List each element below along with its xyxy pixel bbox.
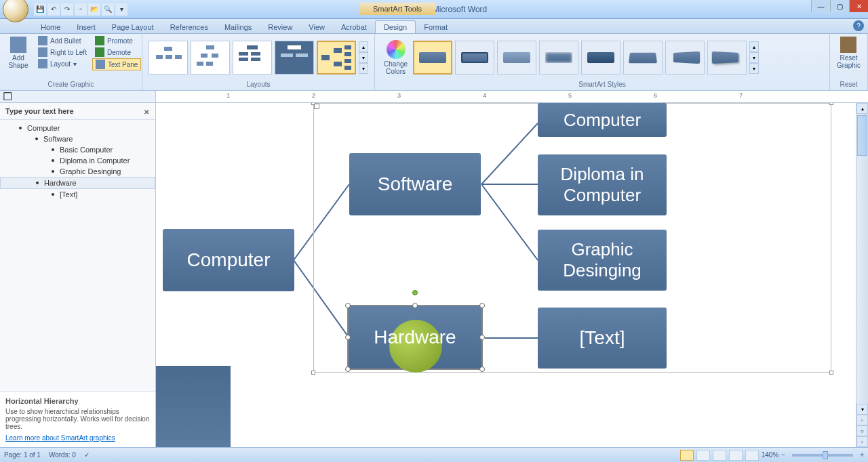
- maximize-button[interactable]: ▢: [830, 0, 849, 12]
- contextual-tab-label: SmartArt Tools: [359, 3, 435, 15]
- tab-format[interactable]: Format: [416, 21, 456, 33]
- tab-mailings[interactable]: Mailings: [216, 21, 260, 33]
- tab-acrobat[interactable]: Acrobat: [333, 21, 375, 33]
- text-pane-button[interactable]: Text Pane: [92, 58, 141, 70]
- style-option-3[interactable]: [497, 41, 536, 75]
- layout-icon: [38, 59, 47, 68]
- draft-view[interactable]: [745, 450, 759, 461]
- print-preview-icon[interactable]: 🔍: [102, 3, 114, 16]
- text-pane-list[interactable]: Computer Software Basic Computer Diploma…: [0, 120, 155, 391]
- list-item-selected[interactable]: Hardware: [0, 177, 155, 189]
- learn-more-link[interactable]: Learn more about SmartArt graphics: [5, 434, 150, 442]
- list-item[interactable]: Computer: [0, 123, 155, 133]
- node-text-placeholder[interactable]: [Text]: [538, 308, 667, 369]
- list-item[interactable]: Software: [0, 133, 155, 144]
- tab-home[interactable]: Home: [33, 21, 68, 33]
- redo-icon[interactable]: ↷: [61, 3, 73, 16]
- layouts-scroll-down[interactable]: ▾: [359, 52, 368, 63]
- node-software[interactable]: Software: [349, 153, 481, 215]
- svg-rect-9: [247, 45, 258, 49]
- info-title: Horizontal Hierarchy: [5, 397, 150, 405]
- zoom-out-button[interactable]: −: [781, 451, 785, 459]
- tab-view[interactable]: View: [300, 21, 333, 33]
- layout-option-4[interactable]: [275, 41, 314, 75]
- tab-references[interactable]: References: [162, 21, 216, 33]
- node-diploma[interactable]: Diploma in Computer: [538, 154, 667, 215]
- right-to-left-button[interactable]: Right to Left: [35, 47, 90, 58]
- zoom-level[interactable]: 140%: [762, 451, 779, 459]
- layout-option-2[interactable]: [191, 41, 230, 75]
- scroll-down-button[interactable]: ▾: [856, 404, 868, 415]
- layouts-more[interactable]: ▾: [359, 63, 368, 74]
- print-layout-view[interactable]: [680, 450, 694, 461]
- browse-object-button[interactable]: ○: [856, 425, 868, 436]
- list-item[interactable]: Diploma in Computer: [0, 155, 155, 166]
- style-option-2[interactable]: [455, 41, 494, 75]
- ribbon-tabs: Home Insert Page Layout References Maili…: [0, 19, 868, 34]
- scroll-up-button[interactable]: ▴: [856, 103, 868, 114]
- open-icon[interactable]: 📂: [88, 3, 100, 16]
- undo-icon[interactable]: ↶: [47, 3, 60, 16]
- close-button[interactable]: ✕: [849, 0, 868, 12]
- minimize-button[interactable]: —: [811, 0, 830, 12]
- style-option-8[interactable]: [707, 41, 747, 75]
- node-hardware-selected[interactable]: Hardware: [347, 305, 483, 370]
- zoom-knob[interactable]: [823, 451, 828, 459]
- document-canvas[interactable]: Computer Software Computer Diploma in Co…: [156, 103, 868, 447]
- group-smartart-styles: Change Colors ▴ ▾ ▾ SmartArt Styles: [375, 34, 830, 90]
- save-icon[interactable]: 💾: [34, 3, 46, 16]
- layout-option-3[interactable]: [233, 41, 272, 75]
- styles-scroll-up[interactable]: ▴: [749, 41, 759, 52]
- page-status[interactable]: Page: 1 of 1: [4, 451, 41, 459]
- add-shape-button[interactable]: Add Shape: [4, 35, 33, 70]
- add-bullet-button[interactable]: Add Bullet: [35, 35, 90, 46]
- styles-more[interactable]: ▾: [749, 63, 759, 74]
- style-option-6[interactable]: [623, 41, 663, 75]
- reset-icon: [840, 37, 856, 53]
- text-pane-close-button[interactable]: ✕: [142, 107, 151, 117]
- reset-graphic-button[interactable]: Reset Graphic: [834, 35, 863, 70]
- demote-button[interactable]: Demote: [92, 47, 141, 58]
- node-graphic[interactable]: Graphic Desinging: [538, 230, 667, 291]
- vertical-scrollbar[interactable]: ▴ ▾ ◦ ○ ◦: [856, 103, 868, 447]
- zoom-in-button[interactable]: +: [860, 451, 864, 459]
- new-icon[interactable]: ▫: [75, 3, 87, 16]
- layout-option-5-selected[interactable]: [317, 41, 356, 75]
- rotation-handle[interactable]: [412, 290, 418, 295]
- layout-button[interactable]: Layout▾: [35, 58, 90, 69]
- tab-design[interactable]: Design: [375, 20, 416, 33]
- scroll-thumb[interactable]: [857, 115, 867, 156]
- style-option-4[interactable]: [539, 41, 578, 75]
- list-item[interactable]: [Text]: [0, 189, 155, 200]
- list-item[interactable]: Basic Computer: [0, 144, 155, 155]
- next-page-button[interactable]: ◦: [856, 436, 868, 447]
- tab-insert[interactable]: Insert: [68, 21, 104, 33]
- status-bar: Page: 1 of 1 Words: 0 ✓ 140% − +: [0, 447, 868, 462]
- style-option-5[interactable]: [581, 41, 620, 75]
- help-button[interactable]: ?: [853, 20, 864, 31]
- full-screen-view[interactable]: [696, 450, 710, 461]
- list-item[interactable]: Graphic Desinging: [0, 166, 155, 177]
- spell-check-icon[interactable]: ✓: [84, 451, 90, 459]
- style-option-7[interactable]: [665, 41, 705, 75]
- promote-button[interactable]: Promote: [92, 35, 141, 46]
- node-basic-computer[interactable]: Computer: [538, 103, 667, 137]
- style-option-1-selected[interactable]: [413, 41, 452, 75]
- zoom-slider[interactable]: [792, 454, 853, 457]
- prev-page-button[interactable]: ◦: [856, 415, 868, 425]
- outline-view[interactable]: [729, 450, 743, 461]
- layout-option-1[interactable]: [149, 41, 188, 75]
- layouts-scroll-up[interactable]: ▴: [359, 41, 368, 52]
- ruler-corner[interactable]: ☐: [0, 91, 156, 102]
- svg-rect-14: [288, 45, 301, 49]
- qat-dropdown-icon[interactable]: ▾: [115, 3, 127, 16]
- node-computer-root[interactable]: Computer: [163, 229, 294, 291]
- styles-scroll-down[interactable]: ▾: [749, 52, 759, 63]
- group-label-reset: Reset: [834, 80, 863, 89]
- word-count[interactable]: Words: 0: [49, 451, 76, 459]
- horizontal-ruler[interactable]: 1 2 3 4 5 6 7: [156, 91, 868, 102]
- tab-page-layout[interactable]: Page Layout: [104, 21, 162, 33]
- web-layout-view[interactable]: [713, 450, 726, 461]
- tab-review[interactable]: Review: [260, 21, 300, 33]
- change-colors-button[interactable]: Change Colors: [381, 39, 410, 77]
